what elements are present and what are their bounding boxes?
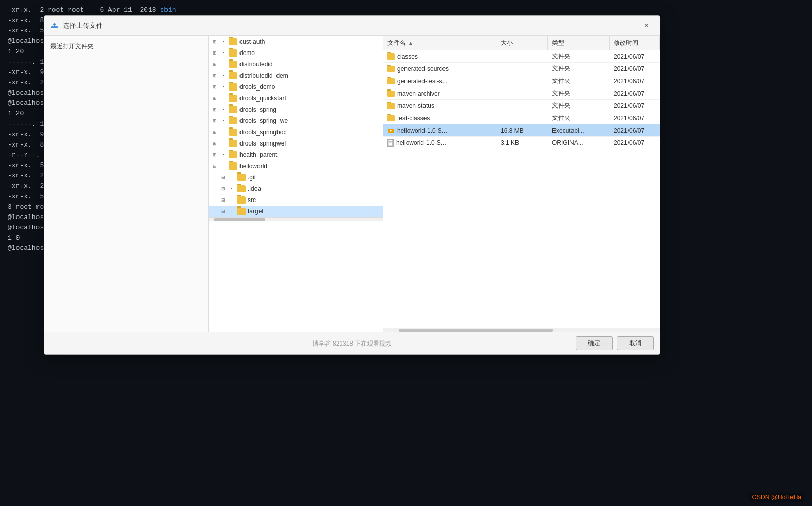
- file-name-test-classes: test-classes: [383, 113, 496, 123]
- tree-label-drools-spring: drools_spring: [239, 106, 276, 113]
- tree-item-drools-spring[interactable]: ⊞ ⋯ drools_spring: [209, 104, 383, 115]
- folder-icon-drools-springboc: [229, 129, 237, 136]
- expand-icon2: ⋯: [219, 94, 227, 102]
- file-date-gen-test: 2021/06/07: [610, 76, 660, 86]
- tree-item-drools-quickstart[interactable]: ⊞ ⋯ drools_quickstart: [209, 93, 383, 104]
- folder-icon-maven-archiver: [387, 91, 395, 97]
- expand-icon-drools-spring-we: ⊞: [211, 117, 219, 125]
- folder-icon-distributedid: [229, 61, 237, 68]
- tree-item-drools-demo[interactable]: ⊞ ⋯ drools_demo: [209, 81, 383, 93]
- files-horizontal-scrollbar[interactable]: [383, 328, 660, 332]
- tree-item-drools-springboc[interactable]: ⊞ ⋯ drools_springboc: [209, 127, 383, 138]
- file-date-test-classes: 2021/06/07: [610, 113, 660, 123]
- folder-icon-generated-sources: [387, 66, 395, 72]
- expand-icon-drools-demo: ⊞: [211, 83, 219, 91]
- tree-label-target: target: [248, 208, 264, 215]
- tree-label-health-parent: health_parent: [239, 151, 277, 158]
- folder-icon-generated-test: [387, 78, 395, 84]
- tree-label-distributedid-dem: distributedid_dem: [239, 72, 288, 79]
- file-name-helloworld-jar1: helloworld-1.0-S...: [383, 125, 496, 136]
- file-name-classes: classes: [383, 51, 496, 62]
- file-date-maven-arch: 2021/06/07: [610, 88, 660, 99]
- file-size-maven-arch: [496, 92, 548, 95]
- tree-label-cust-auth: cust-auth: [239, 38, 265, 45]
- tree-label-idea: .idea: [248, 185, 261, 192]
- tree-item-drools-spring-we[interactable]: ⊞ ⋯ drools_spring_we: [209, 115, 383, 127]
- file-row-classes[interactable]: classes 文件夹 2021/06/07: [383, 50, 660, 63]
- tree-label-src: src: [248, 196, 256, 204]
- tree-item-target[interactable]: ⊟ ⋯ target: [209, 206, 383, 217]
- file-tree-panel[interactable]: ⊞ ⋯ cust-auth ⊞ ⋯ demo ⊞ ⋯ distributedid: [209, 36, 383, 332]
- files-list[interactable]: classes 文件夹 2021/06/07 generated-sources…: [383, 50, 660, 328]
- confirm-button[interactable]: 确定: [576, 336, 613, 350]
- tree-hscroll-thumb: [214, 218, 265, 221]
- tree-label-drools-quickstart: drools_quickstart: [239, 95, 286, 102]
- folder-icon-health-parent: [229, 151, 237, 158]
- tree-item-idea[interactable]: ⊞ ⋯ .idea: [209, 183, 383, 194]
- dialog-close-button[interactable]: ×: [639, 20, 654, 31]
- expand-icon2: ⋯: [219, 151, 227, 159]
- files-header-type[interactable]: 类型: [548, 36, 610, 50]
- expand-icon-src: ⊞: [219, 196, 227, 204]
- tree-label-helloworld: helloworld: [239, 162, 267, 170]
- expand-icon-helloworld: ⊟: [211, 162, 219, 170]
- file-row-test-classes[interactable]: test-classes 文件夹 2021/06/07: [383, 112, 660, 124]
- folder-icon-target: [237, 208, 246, 215]
- files-col-date-label: 修改时间: [614, 39, 638, 47]
- expand-icon-distributedid-dem: ⊞: [211, 71, 219, 80]
- expand-icon2: ⋯: [219, 60, 227, 68]
- tree-item-distributedid[interactable]: ⊞ ⋯ distributedid: [209, 59, 383, 70]
- file-row-maven-status[interactable]: maven-status 文件夹 2021/06/07: [383, 100, 660, 112]
- dialog-titlebar: 选择上传文件 ×: [44, 16, 660, 36]
- tree-item-git[interactable]: ⊞ ⋯ .git: [209, 172, 383, 183]
- files-list-header: 文件名 ▲ 大小 类型 修改时间: [383, 36, 660, 50]
- files-header-size[interactable]: 大小: [496, 36, 548, 50]
- file-row-maven-archiver[interactable]: maven-archiver 文件夹 2021/06/07: [383, 87, 660, 100]
- svg-marker-1: [53, 23, 56, 26]
- folder-icon-idea: [237, 185, 246, 192]
- tree-item-src[interactable]: ⊞ ⋯ src: [209, 194, 383, 206]
- files-header-date[interactable]: 修改时间: [610, 36, 660, 50]
- tree-label-distributedid: distributedid: [239, 61, 273, 68]
- folder-icon-drools-spring-we: [229, 117, 237, 124]
- tree-horizontal-scrollbar[interactable]: [209, 217, 383, 221]
- folder-icon-test-classes: [387, 115, 395, 121]
- file-size-classes: [496, 55, 548, 58]
- files-header-name[interactable]: 文件名 ▲: [383, 36, 496, 50]
- tree-item-helloworld[interactable]: ⊟ ⋯ helloworld: [209, 160, 383, 172]
- file-name-maven-archiver: maven-archiver: [383, 88, 496, 99]
- terminal-line: -xr-x. 2 root root 6 Apr 11 2018 sbin: [8, 5, 804, 15]
- file-row-generated-test[interactable]: generated-test-s... 文件夹 2021/06/07: [383, 75, 660, 87]
- tree-item-distributedid-dem[interactable]: ⊞ ⋯ distributedid_dem: [209, 70, 383, 81]
- expand-icon-drools-springboc: ⊞: [211, 128, 219, 136]
- expand-icon-cust-auth: ⊞: [211, 38, 219, 46]
- folder-icon-drools-spring: [229, 106, 237, 113]
- folder-icon-distributedid-dem: [229, 72, 237, 79]
- tree-item-health-parent[interactable]: ⊞ ⋯ health_parent: [209, 149, 383, 160]
- tree-item-drools-springwel[interactable]: ⊞ ⋯ drools_springwel: [209, 138, 383, 149]
- expand-icon2: ⋯: [227, 173, 235, 182]
- expand-icon2: ⋯: [227, 185, 235, 193]
- file-name-generated-test: generated-test-s...: [383, 76, 496, 86]
- folder-icon-maven-status: [387, 103, 395, 109]
- expand-icon-target: ⊟: [219, 207, 227, 215]
- folder-icon-drools-demo: [229, 83, 237, 91]
- sort-arrow-name: ▲: [408, 40, 413, 46]
- tree-label-demo: demo: [239, 49, 255, 57]
- file-row-generated-sources[interactable]: generated-sources 文件夹 2021/06/07: [383, 63, 660, 75]
- file-row-helloworld-jar1[interactable]: helloworld-1.0-S... 16.8 MB Executabl...…: [383, 124, 660, 137]
- file-upload-dialog: 选择上传文件 × 最近打开文件夹 ⊞ ⋯ cust-auth ⊞ ⋯ demo: [44, 15, 660, 355]
- expand-icon2: ⋯: [219, 38, 227, 46]
- tree-item-cust-auth[interactable]: ⊞ ⋯ cust-auth: [209, 36, 383, 47]
- tree-item-demo[interactable]: ⊞ ⋯ demo: [209, 47, 383, 59]
- files-col-type-label: 类型: [552, 39, 564, 47]
- cancel-button[interactable]: 取消: [617, 336, 654, 350]
- expand-icon2: ⋯: [219, 128, 227, 136]
- doc-icon-helloworld-jar2: [387, 139, 394, 147]
- svg-rect-4: [388, 140, 392, 146]
- folder-icon-git: [237, 174, 246, 181]
- file-name-maven-status: maven-status: [383, 101, 496, 111]
- file-type-maven-arch: 文件夹: [548, 87, 610, 99]
- file-row-helloworld-jar2[interactable]: helloworld-1.0-S... 3.1 KB ORIGINA... 20…: [383, 137, 660, 149]
- file-size-test-classes: [496, 117, 548, 120]
